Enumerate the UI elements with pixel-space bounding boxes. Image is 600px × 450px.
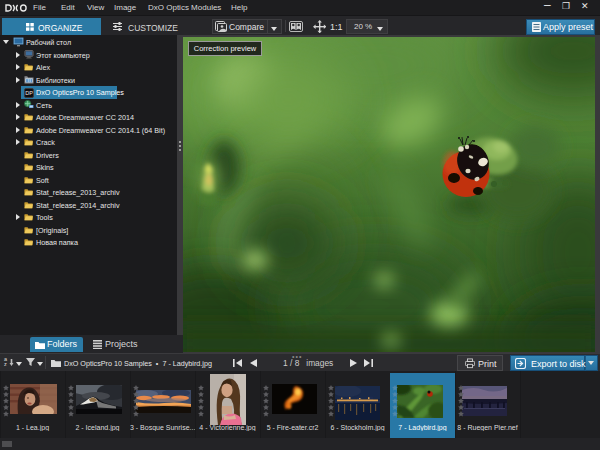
svg-text:DP: DP — [25, 90, 33, 96]
